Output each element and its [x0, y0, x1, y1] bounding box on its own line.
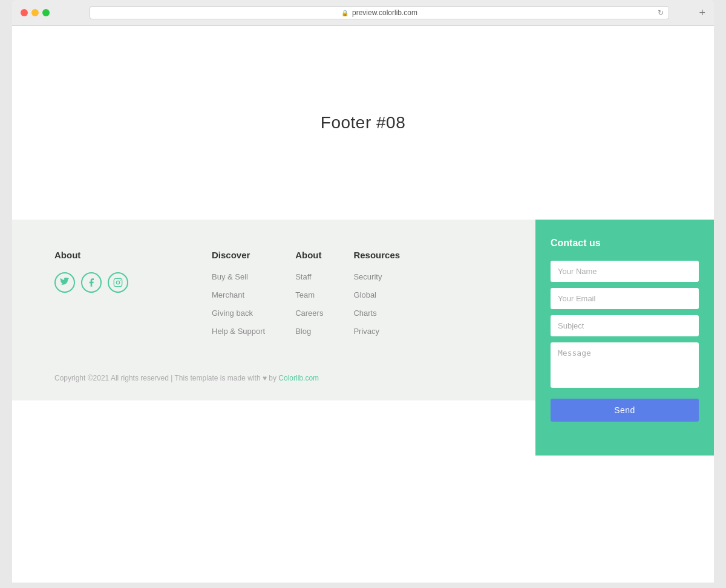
browser-titlebar: 🔒 preview.colorlib.com ↻ + [12, 0, 714, 26]
resources-links: Security Global Charts Privacy [353, 271, 400, 344]
about-nav-heading: About [295, 250, 323, 260]
discover-column: Discover Buy & Sell Merchant Giving back… [212, 250, 265, 344]
global-link[interactable]: Global [353, 290, 376, 299]
facebook-icon-button[interactable] [81, 272, 102, 293]
window-close-dot[interactable] [21, 9, 28, 16]
security-link[interactable]: Security [353, 272, 382, 281]
list-item: Giving back [212, 307, 265, 318]
lock-icon: 🔒 [341, 10, 348, 16]
url-bar[interactable]: 🔒 preview.colorlib.com ↻ [90, 6, 669, 19]
list-item: Help & Support [212, 325, 265, 336]
subject-input[interactable] [551, 315, 699, 336]
footer-main: About [12, 220, 714, 362]
svg-rect-0 [114, 278, 122, 286]
new-tab-button[interactable]: + [699, 7, 705, 18]
help-support-link[interactable]: Help & Support [212, 327, 265, 336]
about-heading: About [54, 250, 188, 260]
charts-link[interactable]: Charts [353, 309, 376, 318]
resources-heading: Resources [353, 250, 400, 260]
contact-panel: Contact us Send [535, 220, 714, 456]
about-column: About Staff Team Careers Blog [295, 250, 323, 344]
list-item: Privacy [353, 325, 400, 336]
contact-heading: Contact us [551, 238, 699, 249]
name-input[interactable] [551, 261, 699, 282]
send-button[interactable]: Send [551, 399, 699, 422]
browser-body: Footer #08 About [12, 26, 714, 583]
list-item: Careers [295, 307, 323, 318]
copyright-text: Copyright ©2021 All rights reserved | Th… [54, 374, 278, 382]
list-item: Blog [295, 325, 323, 336]
staff-link[interactable]: Staff [295, 272, 312, 281]
message-input[interactable] [551, 342, 699, 388]
list-item: Team [295, 289, 323, 300]
list-item: Global [353, 289, 400, 300]
merchant-link[interactable]: Merchant [212, 290, 244, 299]
twitter-icon-button[interactable] [54, 272, 75, 293]
discover-links: Buy & Sell Merchant Giving back Help & S… [212, 271, 265, 344]
email-input[interactable] [551, 288, 699, 309]
refresh-icon[interactable]: ↻ [658, 8, 664, 17]
list-item: Merchant [212, 289, 265, 300]
careers-link[interactable]: Careers [295, 309, 323, 318]
url-text: preview.colorlib.com [352, 8, 417, 17]
facebook-icon [87, 278, 96, 287]
page-content-area: Footer #08 [12, 26, 714, 220]
twitter-icon [60, 278, 70, 287]
colorlib-link[interactable]: Colorlib.com [278, 374, 319, 382]
instagram-icon-button[interactable] [108, 272, 128, 293]
list-item: Security [353, 271, 400, 282]
window-minimize-dot[interactable] [31, 9, 39, 16]
buy-sell-link[interactable]: Buy & Sell [212, 272, 248, 281]
list-item: Buy & Sell [212, 271, 265, 282]
privacy-link[interactable]: Privacy [353, 327, 379, 336]
giving-back-link[interactable]: Giving back [212, 309, 253, 318]
svg-point-1 [116, 281, 119, 284]
social-icons [54, 272, 188, 293]
discover-heading: Discover [212, 250, 265, 260]
list-item: Staff [295, 271, 323, 282]
resources-column: Resources Security Global Charts Privacy [353, 250, 400, 344]
window-maximize-dot[interactable] [42, 9, 50, 16]
footer-about-column: About [54, 250, 188, 344]
about-links: Staff Team Careers Blog [295, 271, 323, 344]
instagram-icon [113, 278, 123, 287]
svg-point-2 [120, 280, 121, 281]
blog-link[interactable]: Blog [295, 327, 311, 336]
list-item: Charts [353, 307, 400, 318]
page-title: Footer #08 [321, 113, 405, 132]
team-link[interactable]: Team [295, 290, 315, 299]
footer-wrapper: About [12, 220, 714, 400]
